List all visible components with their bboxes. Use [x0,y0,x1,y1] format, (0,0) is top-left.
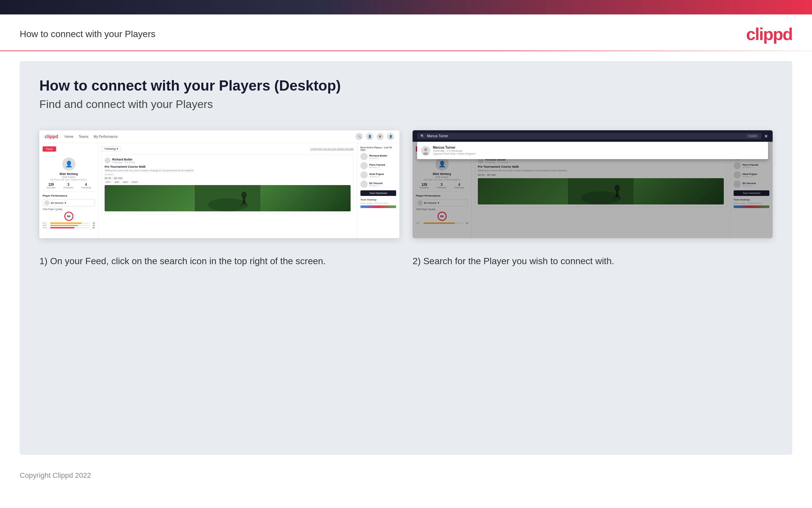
tag-arg: ARG [122,181,129,183]
bar-ott-value: 79 [91,222,95,224]
sidebar-1: Feed 👤 Blair McHarg Golf Coach Mill Ride… [39,143,98,238]
stat-lbl-act-2: Activities [420,186,429,189]
stat-value-activities: 129 [47,183,56,186]
active-player-info-1: Richard Butler Activities: 7 [369,154,387,159]
chevron-down-icon: ▾ [64,202,66,205]
bar-ott-track [50,222,90,224]
profile-name: Blair McHarg [43,172,95,176]
search-result-info: Marcus Turner Yesterday · 1·5 Handicap C… [433,146,476,155]
search-input-area[interactable]: 🔍 Marcus Turner CLEAR [417,133,762,139]
aps-4-2: Activities: 1 [743,185,756,187]
activity-user-info: Richard Butler Yesterday · The Grove [112,158,135,163]
api-2-2: Piers Parnell Activities: 4 [743,163,758,168]
bar-arg-track [50,227,90,228]
player-select-name: Eli Vincent [51,202,63,205]
copyright-text: Copyright Clippd 2022 [20,471,91,479]
caption-1: 1) On your Feed, click on the search ico… [39,255,399,267]
settings-icon[interactable]: ⚙ [377,133,384,140]
bar-app: APP 70 [43,224,95,226]
stat-following-2: 4 Following [454,183,464,189]
activity-image-2 [478,178,724,205]
search-result-item[interactable]: Marcus Turner Yesterday · 1·5 Handicap C… [420,144,765,157]
bt-ott-2 [423,222,463,224]
apa-4-2 [734,180,741,188]
au-sub-2: Yesterday · The Grove [485,161,508,163]
chevron-down-icon: ▾ [117,147,118,150]
bar-app-label: APP [43,224,49,226]
clear-button[interactable]: CLEAR [747,134,758,138]
ap-3-2: Hiral Pujara Activities: 3 [734,171,769,178]
main-subtitle: Find and connect with your Players [39,98,773,111]
api-3-2: Hiral Pujara Activities: 3 [743,173,757,177]
nav-performance-1[interactable]: My Performance [93,134,117,140]
active-player-sub-2: Activities: 4 [369,166,385,168]
profile-role: Golf Coach [43,176,95,178]
avatar-2: 👤 [435,158,449,171]
tag-row: OTT APP ARG PUTT [105,181,350,183]
stat-label-activities: Activities [47,186,56,189]
search-bar: 🔍 Marcus Turner CLEAR ✕ [413,130,773,142]
bar-app-fill [50,225,78,226]
app-body-1: Feed 👤 Blair McHarg Golf Coach Mill Ride… [39,143,399,238]
search-result-name: Marcus Turner [433,146,476,149]
team-dashboard-button[interactable]: Team Dashboard [361,190,396,196]
tag-app: APP [113,181,121,183]
profile-section-2: 👤 Blair McHarg Golf Coach Mill Ride Golf… [416,155,468,192]
search-dropdown: Marcus Turner Yesterday · 1·5 Handicap C… [417,142,768,159]
bar-ott-label: OTT [43,222,49,224]
stat-activities-2: 129 Activities [420,183,429,189]
profile-stats-2: 129 Activities 3 Followers 4 Following [416,183,468,189]
user-avatar-icon[interactable]: 👤 [387,133,394,140]
apa-2-2 [734,162,741,169]
nav-teams-1[interactable]: Teams [79,134,88,140]
team-heatmap-sub: Player Quality · 20 Round Trend [361,202,396,204]
player-select[interactable]: Eli Vincent ▾ [43,199,95,206]
active-player-name-2: Piers Parnell [369,163,385,166]
bar-ott: OTT 79 [43,222,95,224]
most-active-title: Most Active Players · Last 30 days [361,146,396,151]
search-icon[interactable]: 🔍 [355,133,363,140]
app-logo-1: clippd [45,134,58,139]
nav-icons-1: 🔍 👤 ⚙ 👤 [355,133,394,140]
close-button[interactable]: ✕ [764,134,768,139]
apn-2-2: Piers Parnell [743,163,758,166]
bar-arg-label: ARG [43,227,49,229]
caption-2: 2) Search for the Player you wish to con… [413,255,773,267]
active-player-sub-3: Activities: 3 [369,176,384,177]
ap-2-2: Piers Parnell Activities: 4 [734,162,769,169]
feed-tab[interactable]: Feed [43,146,56,152]
tag-putt: PUTT [131,181,139,183]
thm-sub-2: Player Quality · 20 Round Trend [734,202,769,204]
top-bar [0,0,812,14]
screenshot-1: clippd Home Teams My Performance 🔍 👤 ⚙ 👤 [39,130,399,238]
stat-lbl-fwg-2: Following [454,186,464,189]
app-nav-1: clippd Home Teams My Performance 🔍 👤 ⚙ 👤 [39,130,399,143]
activity-card-2: Richard Butler Yesterday · The Grove Pre… [475,155,727,207]
activity-title: Pre Tournament Course Walk [105,165,350,168]
following-button[interactable]: Following ▾ [102,146,121,151]
active-player-1: Richard Butler Activities: 7 [361,153,396,160]
aps-2-2: Activities: 4 [743,166,758,168]
bf-ott-2 [423,222,455,224]
bar-arg-fill [50,227,75,228]
activity-sub: Yesterday · The Grove [112,161,135,163]
score-circle: 84 [64,212,74,221]
active-player-4: Eli Vincent Activities: 1 [361,180,396,188]
active-player-info-4: Eli Vincent Activities: 1 [369,182,383,187]
stat-followers: 3 Followers [64,183,74,189]
header-divider [0,50,812,51]
chevron-icon-2: ▾ [438,202,439,205]
bar-app-value: 70 [91,224,95,226]
active-player-name-4: Eli Vincent [369,182,383,185]
profile-icon[interactable]: 👤 [366,133,373,140]
control-link[interactable]: Control who can see your activity and da… [310,148,353,150]
ps-name-2: Eli Vincent [424,202,436,205]
nav-items-1: Home Teams My Performance [64,134,349,140]
following-label: Following [105,147,116,150]
active-player-info-2: Piers Parnell Activities: 4 [369,163,385,168]
nav-home-1[interactable]: Home [64,134,74,140]
heatmap-bar [361,205,396,208]
screenshot-2: clippd Home Teams My Performance 🔍 👤 ⚙ 👤 [413,130,773,238]
search-icon-overlay: 🔍 [420,134,424,138]
page-title: How to connect with your Players [20,29,155,39]
